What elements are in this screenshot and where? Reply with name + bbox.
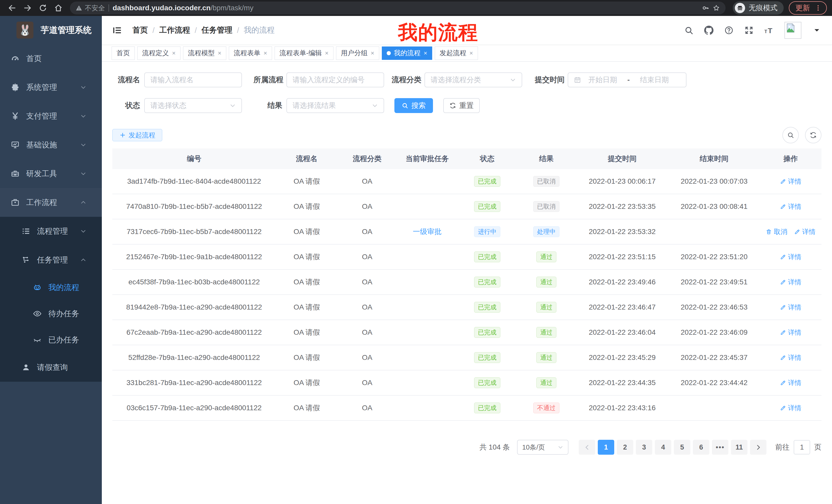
cell-process-name: OA 请假 [276, 328, 338, 337]
search-icon[interactable] [684, 26, 694, 35]
divider [108, 4, 109, 11]
page-button-5[interactable]: 5 [674, 440, 690, 455]
tab-home[interactable]: 首页 [111, 47, 135, 60]
detail-link[interactable]: 详情 [780, 253, 801, 261]
detail-link[interactable]: 详情 [780, 353, 801, 362]
detail-link[interactable]: 详情 [794, 227, 815, 236]
avatar[interactable] [784, 22, 801, 39]
breadcrumb-task-management[interactable]: 任务管理 [202, 25, 232, 35]
close-icon[interactable]: × [469, 50, 473, 57]
browser-reload-button[interactable] [36, 1, 50, 15]
app-logo[interactable]: 🐰 芋道管理系统 [0, 16, 102, 44]
detail-link[interactable]: 详情 [780, 202, 801, 211]
process-name-input[interactable]: 请输入流程名 [144, 73, 242, 87]
reset-button[interactable]: 重置 [443, 98, 480, 113]
page-size-select[interactable]: 10条/页 [517, 440, 569, 455]
cancel-link[interactable]: 取消 [766, 227, 787, 236]
column-header: 当前审批任务 [397, 154, 458, 164]
address-bar[interactable]: 不安全 dashboard.yudao.iocoder.cn/bpm/task/… [70, 2, 726, 15]
result-select[interactable]: 请选择流结果 [286, 98, 384, 113]
cell-submit-time: 2022-01-23 00:06:17 [576, 177, 669, 186]
cell-status: 进行中 [458, 226, 517, 237]
sidebar-item-todo-tasks[interactable]: 待办任务 [0, 301, 102, 327]
home-icon [54, 4, 63, 12]
page-button-4[interactable]: 4 [655, 440, 671, 455]
caret-down-icon[interactable] [812, 26, 822, 35]
submit-time-range-picker[interactable]: 开始日期 - 结束日期 [568, 73, 686, 87]
tab-process-form[interactable]: 流程表单× [229, 47, 272, 60]
cell-actions: 详情 [760, 328, 822, 337]
page-button-6[interactable]: 6 [693, 440, 709, 455]
detail-link[interactable]: 详情 [780, 379, 801, 387]
detail-link[interactable]: 详情 [780, 403, 801, 413]
bookmark-star-icon[interactable] [713, 4, 720, 11]
create-process-button[interactable]: 发起流程 [112, 129, 162, 141]
github-icon[interactable] [704, 26, 713, 35]
browser-forward-button[interactable] [21, 1, 34, 15]
detail-link[interactable]: 详情 [780, 278, 801, 287]
close-icon[interactable]: × [263, 50, 267, 57]
site-security[interactable]: 不安全 [76, 4, 105, 12]
tab-user-group[interactable]: 用户分组× [336, 47, 379, 60]
refresh-table-button[interactable] [805, 127, 822, 143]
goto-page-input[interactable]: 1 [794, 440, 810, 454]
close-icon[interactable]: × [325, 50, 329, 57]
cell-submit-time: 2022-01-22 23:46:47 [576, 303, 669, 311]
sidebar-item-home[interactable]: 首页 [0, 44, 102, 73]
close-icon[interactable]: × [424, 50, 427, 57]
page-unit: 页 [814, 442, 822, 452]
tab-start-process[interactable]: 发起流程× [435, 47, 478, 60]
sidebar-item-leave-query[interactable]: 请假查询 [0, 353, 102, 382]
sidebar-item-dev-tools[interactable]: 研发工具 [0, 159, 102, 188]
page-button-2[interactable]: 2 [617, 440, 633, 455]
tab-process-definition[interactable]: 流程定义× [137, 47, 181, 60]
gear-icon [11, 83, 20, 92]
actions: 详情 [761, 379, 820, 387]
breadcrumb-workflow[interactable]: 工作流程 [159, 25, 190, 35]
breadcrumb-home[interactable]: 首页 [132, 25, 148, 35]
cell-id: 52ffd28e-7b9a-11ec-a290-acde48001122 [112, 354, 276, 362]
toggle-search-button[interactable] [782, 127, 799, 143]
status-select[interactable]: 请选择状态 [144, 98, 242, 113]
sidebar-item-payment-management[interactable]: 支付管理 [0, 102, 102, 131]
process-definition-input[interactable]: 请输入流程定义的编号 [286, 73, 384, 87]
sidebar-item-process-management[interactable]: 流程管理 [0, 217, 102, 246]
sidebar-item-infrastructure[interactable]: 基础设施 [0, 131, 102, 159]
page-button-1[interactable]: 1 [598, 440, 614, 455]
cell-end-time: 2022-01-22 23:46:53 [669, 303, 760, 311]
close-icon[interactable]: × [218, 50, 222, 57]
browser-update-button[interactable]: 更新 [789, 1, 827, 15]
sidebar-item-system-management[interactable]: 系统管理 [0, 73, 102, 102]
browser-menu-icon[interactable] [814, 4, 822, 11]
close-icon[interactable]: × [371, 50, 374, 57]
sidebar-item-my-process[interactable]: 我的流程 [0, 274, 102, 301]
font-size-icon[interactable]: TT [764, 26, 774, 35]
key-icon[interactable] [702, 4, 709, 11]
tab-process-form-edit[interactable]: 流程表单-编辑× [275, 47, 334, 60]
page-button-3[interactable]: 3 [636, 440, 652, 455]
search-button[interactable]: 搜索 [394, 98, 433, 113]
page-button-11[interactable]: 11 [731, 440, 747, 455]
cell-category: OA [338, 278, 397, 286]
detail-link[interactable]: 详情 [780, 328, 801, 337]
sidebar-collapse-icon[interactable] [112, 25, 122, 35]
browser-home-button[interactable] [51, 1, 65, 15]
sidebar-item-workflow[interactable]: 工作流程 [0, 188, 102, 217]
detail-link[interactable]: 详情 [780, 177, 801, 186]
close-icon[interactable]: × [172, 50, 176, 57]
page-ellipsis[interactable]: ••• [712, 440, 728, 455]
cell-actions: 取消详情 [760, 227, 822, 236]
category-select[interactable]: 请选择流程分类 [424, 73, 522, 87]
detail-link[interactable]: 详情 [780, 303, 801, 312]
sidebar-item-task-management[interactable]: 任务管理 [0, 246, 102, 274]
sidebar-item-done-tasks[interactable]: 已办任务 [0, 327, 102, 353]
browser-back-button[interactable] [5, 1, 19, 15]
next-page-button[interactable] [750, 440, 766, 455]
help-icon[interactable] [724, 26, 733, 35]
tab-process-model[interactable]: 流程模型× [183, 47, 226, 60]
tab-my-process[interactable]: 我的流程× [382, 47, 432, 60]
prev-page-button[interactable] [579, 440, 595, 455]
chevron-down-icon [558, 444, 563, 450]
fullscreen-icon[interactable] [744, 26, 754, 35]
task-link[interactable]: 一级审批 [413, 228, 442, 235]
